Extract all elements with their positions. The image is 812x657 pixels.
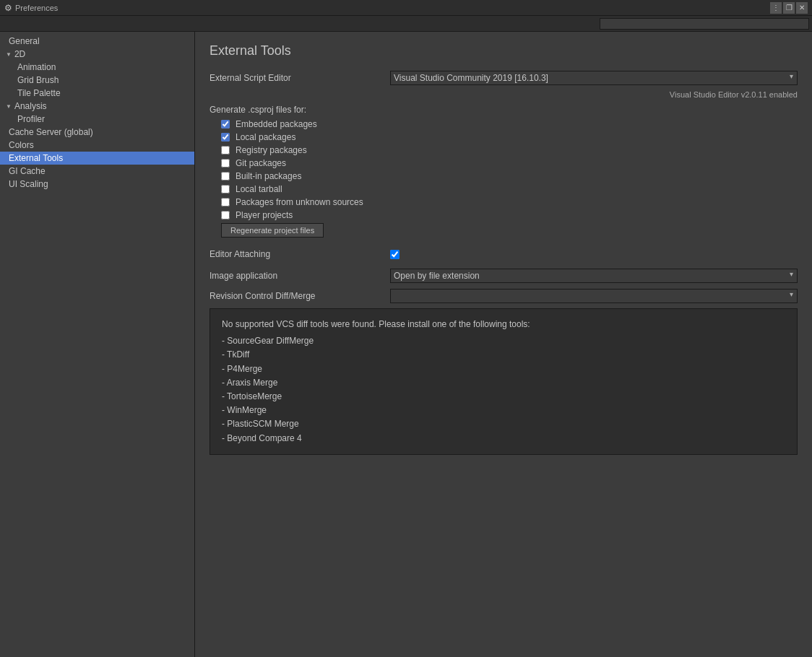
content-area: External Tools External Script Editor Vi… bbox=[195, 32, 812, 657]
sidebar-group-label: 2D bbox=[14, 49, 25, 59]
checkbox-row-registry: Registry packages bbox=[210, 145, 798, 155]
checkbox-git[interactable] bbox=[221, 159, 230, 167]
checkbox-label-registry: Registry packages bbox=[236, 145, 307, 155]
revision-control-select[interactable] bbox=[390, 289, 798, 303]
sidebar-item-general[interactable]: General bbox=[0, 35, 194, 48]
sidebar-group-2d[interactable]: ▼2D bbox=[0, 48, 194, 61]
checkbox-row-builtin: Built-in packages bbox=[210, 171, 798, 181]
sidebar-item-colors[interactable]: Colors bbox=[0, 139, 194, 152]
restore-button[interactable]: ❐ bbox=[783, 2, 795, 14]
checkbox-label-builtin: Built-in packages bbox=[236, 171, 301, 181]
sidebar: General▼2DAnimationGrid BrushTile Palett… bbox=[0, 32, 195, 657]
vcs-tool-item: - WinMerge bbox=[222, 404, 785, 417]
vcs-tool-item: - TortoiseMerge bbox=[222, 390, 785, 404]
sidebar-item-animation[interactable]: Animation bbox=[0, 61, 194, 74]
triangle-icon: ▼ bbox=[6, 103, 12, 110]
vcs-message-box: No supported VCS diff tools were found. … bbox=[210, 308, 798, 455]
titlebar: ⚙ Preferences ⋮ ❐ ✕ bbox=[0, 0, 812, 16]
checkbox-row-unknown-sources: Packages from unknown sources bbox=[210, 197, 798, 207]
triangle-icon: ▼ bbox=[6, 51, 12, 58]
sidebar-item-ui-scaling[interactable]: UI Scaling bbox=[0, 178, 194, 191]
sidebar-item-gi-cache[interactable]: GI Cache bbox=[0, 165, 194, 178]
checkbox-row-player-projects: Player projects bbox=[210, 210, 798, 220]
revision-control-label: Revision Control Diff/Merge bbox=[210, 291, 390, 301]
vcs-tools-list: - SourceGear DiffMerge- TkDiff- P4Merge-… bbox=[222, 334, 785, 445]
main-layout: General▼2DAnimationGrid BrushTile Palett… bbox=[0, 32, 812, 657]
sidebar-item-tile-palette[interactable]: Tile Palette bbox=[0, 87, 194, 100]
checkbox-local[interactable] bbox=[221, 133, 230, 142]
external-script-editor-row: External Script Editor Visual Studio Com… bbox=[210, 70, 798, 86]
image-application-row: Image application Open by file extension bbox=[210, 268, 798, 284]
regenerate-button[interactable]: Regenerate project files bbox=[221, 223, 324, 238]
checkboxes-container: Embedded packagesLocal packagesRegistry … bbox=[210, 119, 798, 220]
checkbox-local-tarball[interactable] bbox=[221, 185, 230, 193]
checkbox-label-embedded: Embedded packages bbox=[236, 119, 317, 129]
sidebar-group-analysis[interactable]: ▼Analysis bbox=[0, 100, 194, 113]
checkbox-player-projects[interactable] bbox=[221, 211, 230, 219]
page-title: External Tools bbox=[210, 43, 798, 58]
preferences-icon: ⚙ bbox=[4, 3, 12, 13]
vcs-intro-line: No supported VCS diff tools were found. … bbox=[222, 318, 785, 331]
sidebar-item-profiler[interactable]: Profiler bbox=[0, 113, 194, 126]
sidebar-group-label: Analysis bbox=[14, 101, 47, 111]
checkbox-unknown-sources[interactable] bbox=[221, 198, 230, 206]
image-application-wrapper: Open by file extension bbox=[390, 269, 798, 283]
vcs-tool-item: - PlasticSCM Merge bbox=[222, 417, 785, 431]
checkbox-row-local: Local packages bbox=[210, 132, 798, 142]
vcs-tool-item: - P4Merge bbox=[222, 362, 785, 376]
checkbox-embedded[interactable] bbox=[221, 120, 230, 129]
checkbox-label-unknown-sources: Packages from unknown sources bbox=[236, 197, 363, 207]
sidebar-item-cache-server[interactable]: Cache Server (global) bbox=[0, 126, 194, 139]
checkbox-label-local: Local packages bbox=[236, 132, 295, 142]
checkbox-row-local-tarball: Local tarball bbox=[210, 184, 798, 194]
search-input[interactable] bbox=[600, 18, 809, 30]
revision-control-wrapper bbox=[390, 289, 798, 303]
editor-attaching-checkbox[interactable] bbox=[390, 250, 399, 259]
vcs-tool-item: - TkDiff bbox=[222, 348, 785, 362]
generate-csproj-label: Generate .csproj files for: bbox=[210, 105, 798, 115]
checkbox-registry[interactable] bbox=[221, 146, 230, 155]
external-script-editor-label: External Script Editor bbox=[210, 73, 390, 83]
vcs-tool-item: - Araxis Merge bbox=[222, 376, 785, 390]
titlebar-left: ⚙ Preferences bbox=[4, 3, 58, 13]
checkbox-label-player-projects: Player projects bbox=[236, 210, 293, 220]
image-application-select[interactable]: Open by file extension bbox=[390, 269, 798, 283]
titlebar-title: Preferences bbox=[15, 4, 58, 12]
editor-attaching-label: Editor Attaching bbox=[210, 249, 390, 259]
generate-csproj-section: Generate .csproj files for: Embedded pac… bbox=[210, 105, 798, 243]
image-application-label: Image application bbox=[210, 271, 390, 281]
search-bar bbox=[0, 16, 812, 32]
titlebar-controls: ⋮ ❐ ✕ bbox=[770, 2, 808, 14]
checkbox-row-embedded: Embedded packages bbox=[210, 119, 798, 129]
revision-control-row: Revision Control Diff/Merge bbox=[210, 288, 798, 304]
script-editor-hint: Visual Studio Editor v2.0.11 enabled bbox=[210, 90, 798, 99]
checkbox-label-local-tarball: Local tarball bbox=[236, 184, 282, 194]
sidebar-item-external-tools[interactable]: External Tools bbox=[0, 152, 194, 165]
close-button[interactable]: ✕ bbox=[796, 2, 808, 14]
dots-button[interactable]: ⋮ bbox=[770, 2, 782, 14]
sidebar-item-grid-brush[interactable]: Grid Brush bbox=[0, 74, 194, 87]
external-script-editor-wrapper: Visual Studio Community 2019 [16.10.3] bbox=[390, 71, 798, 85]
editor-attaching-row: Editor Attaching bbox=[210, 246, 798, 262]
external-script-editor-select[interactable]: Visual Studio Community 2019 [16.10.3] bbox=[390, 71, 798, 85]
vcs-tool-item: - Beyond Compare 4 bbox=[222, 432, 785, 445]
checkbox-label-git: Git packages bbox=[236, 158, 286, 168]
checkbox-row-git: Git packages bbox=[210, 158, 798, 168]
vcs-tool-item: - SourceGear DiffMerge bbox=[222, 334, 785, 348]
checkbox-builtin[interactable] bbox=[221, 172, 230, 180]
